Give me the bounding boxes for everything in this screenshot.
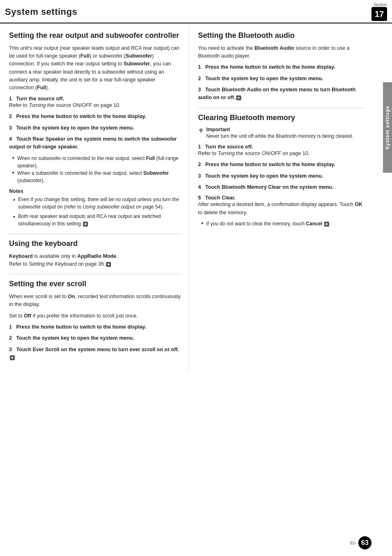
- important-text: Never turn the unit off while the Blueto…: [206, 133, 353, 139]
- ever-scroll-intro: When ever scroll is set to On, recorded …: [9, 293, 181, 309]
- bt-mem-bullets: If you do not want to clear the memory, …: [201, 220, 366, 227]
- notes-title: Notes: [9, 188, 181, 194]
- rear-bullets: When no subwoofer is connected to the re…: [12, 155, 181, 184]
- important-box: ⚜ Important Never turn the unit off whil…: [198, 126, 366, 140]
- main-content: Setting the rear output and subwoofer co…: [0, 23, 392, 372]
- keyboard-intro: Keyboard is available only in AppRadio M…: [9, 253, 181, 269]
- bt-audio-step-2: 2 Touch the system key to open the syste…: [198, 75, 366, 83]
- end-mark-5: ■: [324, 222, 329, 227]
- scroll-step-1: 1 Press the home button to switch to the…: [9, 323, 181, 331]
- divider-3: [198, 108, 366, 108]
- rear-output-heading: Setting the rear output and subwoofer co…: [9, 31, 181, 40]
- footer-page: 63: [358, 536, 371, 549]
- divider-1: [9, 234, 181, 234]
- ever-scroll-heading: Setting the ever scroll: [9, 279, 181, 289]
- footer-lang: En: [350, 540, 356, 545]
- ever-scroll-off: Set to Off if you prefer the information…: [9, 312, 181, 320]
- rear-bullet-2: When a subwoofer is connected to the rea…: [12, 169, 181, 184]
- bt-mem-step-1: 1 Turn the source off. Refer to Turning …: [198, 144, 366, 158]
- bluetooth-audio-intro: You need to activate the Bluetooth Audio…: [198, 44, 366, 60]
- section-number: 17: [371, 7, 387, 21]
- sidebar-label: System settings: [383, 82, 392, 173]
- page-footer: En 63: [350, 536, 371, 549]
- bt-mem-step-4: 4 Touch Bluetooth Memory Clear on the sy…: [198, 183, 366, 191]
- bt-mem-step-3: 3 Touch the system key to open the syste…: [198, 172, 366, 180]
- page-header: System settings Section 17: [0, 0, 392, 23]
- notes-list: Even if you change this setting, there w…: [12, 196, 181, 228]
- section-label: Section: [374, 2, 387, 7]
- rear-output-intro: This unit's rear output (rear speaker le…: [9, 44, 181, 92]
- scroll-step-3: 3 Touch Ever Scroll on the system menu t…: [9, 346, 181, 362]
- end-mark-4: ■: [236, 95, 241, 100]
- end-mark-3: ■: [10, 355, 15, 360]
- scroll-step-2: 2 Touch the system key to open the syste…: [9, 334, 181, 342]
- important-label: Important: [206, 127, 230, 132]
- right-column: Setting the Bluetooth audio You need to …: [189, 23, 382, 372]
- page-title: System settings: [5, 7, 77, 17]
- end-mark-1: ■: [83, 222, 88, 227]
- note-2: Both rear speaker lead outputs and RCA r…: [12, 213, 181, 228]
- bt-mem-step-2: 2 Press the home button to switch to the…: [198, 161, 366, 169]
- rear-step-4: 4 Touch Rear Speaker on the system menu …: [9, 135, 181, 151]
- bt-mem-step-5: 5 Touch Clear. After selecting a desired…: [198, 195, 366, 217]
- section-badge: Section 17: [371, 2, 387, 21]
- bt-audio-step-1: 1 Press the home button to switch to the…: [198, 63, 366, 71]
- important-icon: ⚜: [198, 127, 204, 134]
- end-mark-2: ■: [106, 262, 111, 267]
- rear-step-2: 2 Press the home button to switch to the…: [9, 113, 181, 120]
- notes-section: Notes Even if you change this setting, t…: [9, 188, 181, 228]
- keyboard-heading: Using the keyboard: [9, 239, 181, 248]
- bluetooth-audio-heading: Setting the Bluetooth audio: [198, 31, 366, 40]
- rear-step-1: 1 Turn the source off. Refer to Turning …: [9, 95, 181, 109]
- important-content: Important Never turn the unit off while …: [206, 126, 353, 140]
- bt-audio-step-3: 3 Touch Bluetooth Audio on the system me…: [198, 86, 366, 102]
- rear-step-3: 3 Touch the system key to open the syste…: [9, 124, 181, 132]
- bt-memory-heading: Clearing Bluetooth memory: [198, 113, 366, 123]
- rear-bullet-1: When no subwoofer is connected to the re…: [12, 155, 181, 169]
- divider-2: [9, 274, 181, 274]
- bt-mem-bullet-1: If you do not want to clear the memory, …: [201, 220, 366, 227]
- left-column: Setting the rear output and subwoofer co…: [0, 23, 189, 372]
- note-1: Even if you change this setting, there w…: [12, 196, 181, 211]
